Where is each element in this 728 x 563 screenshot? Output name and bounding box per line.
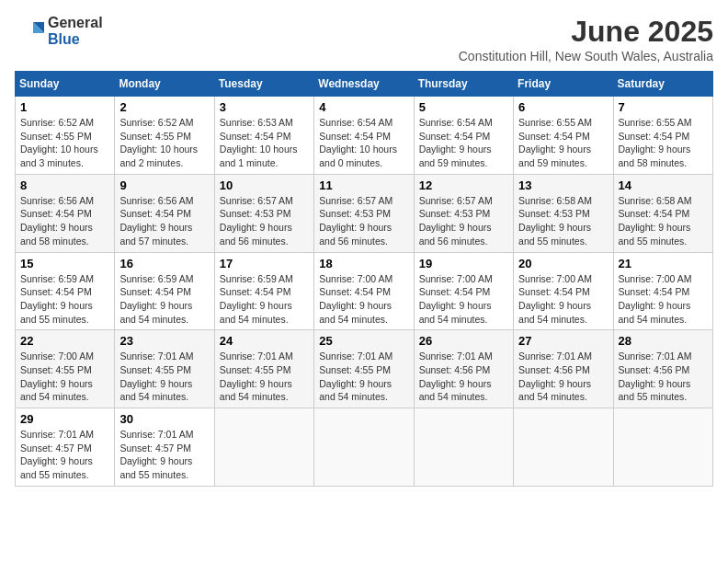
- cell-content: Sunrise: 7:01 AMSunset: 4:55 PMDaylight:…: [119, 350, 209, 404]
- calendar-cell: [613, 408, 712, 487]
- day-number: 25: [319, 334, 408, 348]
- calendar-cell: 26Sunrise: 7:01 AMSunset: 4:56 PMDayligh…: [414, 330, 513, 408]
- day-number: 29: [20, 412, 109, 426]
- day-number: 19: [419, 257, 508, 270]
- day-number: 6: [518, 100, 608, 114]
- logo-general: General: [48, 15, 103, 31]
- cell-content: Sunrise: 7:01 AMSunset: 4:57 PMDaylight:…: [119, 428, 209, 482]
- logo-icon: [15, 17, 44, 46]
- day-number: 9: [119, 178, 209, 192]
- cell-content: Sunrise: 7:00 AMSunset: 4:54 PMDaylight:…: [619, 272, 708, 327]
- cell-content: Sunrise: 6:52 AMSunset: 4:55 PMDaylight:…: [119, 116, 209, 170]
- day-number: 10: [220, 178, 309, 192]
- calendar-cell: 28Sunrise: 7:01 AMSunset: 4:56 PMDayligh…: [613, 330, 712, 408]
- cell-content: Sunrise: 7:01 AMSunset: 4:55 PMDaylight:…: [319, 350, 408, 404]
- calendar-cell: 1Sunrise: 6:52 AMSunset: 4:55 PMDaylight…: [16, 97, 115, 175]
- day-number: 11: [319, 178, 408, 192]
- calendar-cell: [214, 408, 313, 487]
- day-number: 14: [619, 178, 708, 192]
- cell-content: Sunrise: 6:57 AMSunset: 4:53 PMDaylight:…: [319, 194, 408, 248]
- calendar-cell: 23Sunrise: 7:01 AMSunset: 4:55 PMDayligh…: [115, 330, 214, 408]
- calendar-cell: 10Sunrise: 6:57 AMSunset: 4:53 PMDayligh…: [214, 174, 313, 252]
- day-number: 12: [419, 178, 508, 192]
- day-number: 30: [119, 412, 209, 426]
- cell-content: Sunrise: 7:01 AMSunset: 4:56 PMDaylight:…: [619, 350, 708, 404]
- day-number: 18: [319, 257, 408, 270]
- calendar-cell: 19Sunrise: 7:00 AMSunset: 4:54 PMDayligh…: [414, 252, 513, 330]
- day-number: 8: [20, 178, 109, 192]
- cell-content: Sunrise: 6:59 AMSunset: 4:54 PMDaylight:…: [20, 272, 109, 327]
- day-number: 1: [20, 100, 109, 114]
- day-number: 21: [619, 257, 708, 270]
- day-header-wednesday: Wednesday: [314, 72, 414, 97]
- month-title: June 2025: [459, 15, 713, 49]
- cell-content: Sunrise: 7:00 AMSunset: 4:54 PMDaylight:…: [319, 272, 408, 327]
- calendar-cell: 3Sunrise: 6:53 AMSunset: 4:54 PMDaylight…: [214, 97, 313, 175]
- day-number: 3: [220, 100, 309, 114]
- calendar-cell: 30Sunrise: 7:01 AMSunset: 4:57 PMDayligh…: [115, 408, 214, 487]
- day-number: 2: [119, 100, 209, 114]
- cell-content: Sunrise: 6:58 AMSunset: 4:54 PMDaylight:…: [619, 194, 708, 248]
- cell-content: Sunrise: 7:01 AMSunset: 4:56 PMDaylight:…: [518, 350, 608, 404]
- cell-content: Sunrise: 7:01 AMSunset: 4:56 PMDaylight:…: [419, 350, 508, 404]
- day-number: 24: [220, 334, 309, 348]
- cell-content: Sunrise: 6:56 AMSunset: 4:54 PMDaylight:…: [20, 194, 109, 248]
- day-number: 28: [619, 334, 708, 348]
- calendar-cell: 14Sunrise: 6:58 AMSunset: 4:54 PMDayligh…: [613, 174, 712, 252]
- day-header-monday: Monday: [115, 72, 214, 97]
- day-number: 15: [20, 257, 109, 270]
- cell-content: Sunrise: 7:01 AMSunset: 4:57 PMDaylight:…: [20, 428, 109, 482]
- day-header-thursday: Thursday: [414, 72, 513, 97]
- day-header-friday: Friday: [514, 72, 613, 97]
- calendar-cell: 29Sunrise: 7:01 AMSunset: 4:57 PMDayligh…: [16, 408, 115, 487]
- header: General Blue June 2025 Constitution Hill…: [15, 15, 713, 63]
- calendar-cell: 15Sunrise: 6:59 AMSunset: 4:54 PMDayligh…: [16, 252, 115, 330]
- cell-content: Sunrise: 6:54 AMSunset: 4:54 PMDaylight:…: [319, 116, 408, 170]
- cell-content: Sunrise: 7:00 AMSunset: 4:54 PMDaylight:…: [518, 272, 608, 327]
- calendar-cell: 27Sunrise: 7:01 AMSunset: 4:56 PMDayligh…: [514, 330, 613, 408]
- location-title: Constitution Hill, New South Wales, Aust…: [459, 49, 713, 63]
- calendar-cell: 5Sunrise: 6:54 AMSunset: 4:54 PMDaylight…: [414, 97, 513, 175]
- cell-content: Sunrise: 6:59 AMSunset: 4:54 PMDaylight:…: [220, 272, 309, 327]
- day-number: 22: [20, 334, 109, 348]
- calendar-cell: 18Sunrise: 7:00 AMSunset: 4:54 PMDayligh…: [314, 252, 414, 330]
- calendar-cell: 24Sunrise: 7:01 AMSunset: 4:55 PMDayligh…: [214, 330, 313, 408]
- calendar-cell: 7Sunrise: 6:55 AMSunset: 4:54 PMDaylight…: [613, 97, 712, 175]
- day-number: 4: [319, 100, 408, 114]
- day-number: 20: [518, 257, 608, 270]
- calendar-cell: 22Sunrise: 7:00 AMSunset: 4:55 PMDayligh…: [16, 330, 115, 408]
- calendar-cell: 4Sunrise: 6:54 AMSunset: 4:54 PMDaylight…: [314, 97, 414, 175]
- day-number: 27: [518, 334, 608, 348]
- cell-content: Sunrise: 6:59 AMSunset: 4:54 PMDaylight:…: [119, 272, 209, 327]
- cell-content: Sunrise: 6:55 AMSunset: 4:54 PMDaylight:…: [518, 116, 608, 170]
- cell-content: Sunrise: 6:56 AMSunset: 4:54 PMDaylight:…: [119, 194, 209, 248]
- calendar-cell: 13Sunrise: 6:58 AMSunset: 4:53 PMDayligh…: [514, 174, 613, 252]
- day-number: 17: [220, 257, 309, 270]
- cell-content: Sunrise: 7:01 AMSunset: 4:55 PMDaylight:…: [220, 350, 309, 404]
- cell-content: Sunrise: 6:52 AMSunset: 4:55 PMDaylight:…: [20, 116, 109, 170]
- cell-content: Sunrise: 7:00 AMSunset: 4:54 PMDaylight:…: [419, 272, 508, 327]
- cell-content: Sunrise: 6:58 AMSunset: 4:53 PMDaylight:…: [518, 194, 608, 248]
- calendar-cell: 6Sunrise: 6:55 AMSunset: 4:54 PMDaylight…: [514, 97, 613, 175]
- calendar-cell: [414, 408, 513, 487]
- day-header-sunday: Sunday: [16, 72, 115, 97]
- calendar-cell: 16Sunrise: 6:59 AMSunset: 4:54 PMDayligh…: [115, 252, 214, 330]
- logo-blue: Blue: [48, 31, 103, 48]
- day-number: 26: [419, 334, 508, 348]
- day-number: 7: [619, 100, 708, 114]
- calendar: SundayMondayTuesdayWednesdayThursdayFrid…: [15, 71, 713, 487]
- day-number: 16: [119, 257, 209, 270]
- cell-content: Sunrise: 6:54 AMSunset: 4:54 PMDaylight:…: [419, 116, 508, 170]
- calendar-cell: 12Sunrise: 6:57 AMSunset: 4:53 PMDayligh…: [414, 174, 513, 252]
- calendar-cell: 25Sunrise: 7:01 AMSunset: 4:55 PMDayligh…: [314, 330, 414, 408]
- day-header-saturday: Saturday: [613, 72, 712, 97]
- calendar-cell: 11Sunrise: 6:57 AMSunset: 4:53 PMDayligh…: [314, 174, 414, 252]
- logo: General Blue: [15, 15, 103, 47]
- cell-content: Sunrise: 6:55 AMSunset: 4:54 PMDaylight:…: [619, 116, 708, 170]
- day-number: 5: [419, 100, 508, 114]
- cell-content: Sunrise: 6:57 AMSunset: 4:53 PMDaylight:…: [220, 194, 309, 248]
- day-number: 23: [119, 334, 209, 348]
- calendar-cell: 2Sunrise: 6:52 AMSunset: 4:55 PMDaylight…: [115, 97, 214, 175]
- cell-content: Sunrise: 6:57 AMSunset: 4:53 PMDaylight:…: [419, 194, 508, 248]
- calendar-cell: [514, 408, 613, 487]
